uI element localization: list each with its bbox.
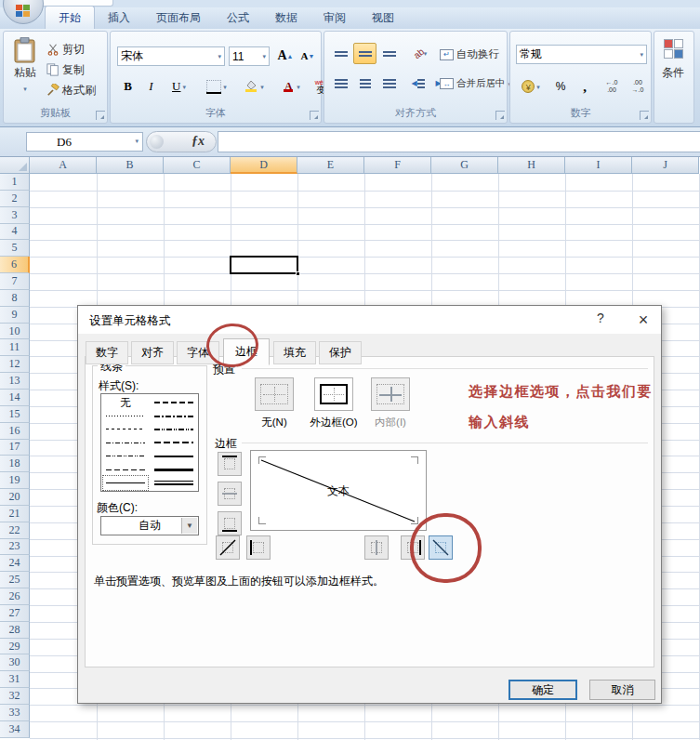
fill-color-button[interactable]: ▾ xyxy=(237,76,271,97)
row-header-6[interactable]: 6 xyxy=(0,257,30,273)
column-header-I[interactable]: I xyxy=(565,157,632,174)
column-header-E[interactable]: E xyxy=(297,157,364,174)
row-header-31[interactable]: 31 xyxy=(0,671,30,688)
row-header-10[interactable]: 10 xyxy=(0,324,30,340)
alignment-dialog-launcher[interactable] xyxy=(495,111,505,120)
wrap-text-button[interactable]: ↵ 自动换行 xyxy=(440,47,499,61)
preset-inside-button[interactable] xyxy=(371,377,410,411)
column-header-A[interactable]: A xyxy=(30,157,97,174)
line-style-option-solid1[interactable] xyxy=(103,476,148,489)
percent-style-button[interactable]: % xyxy=(549,76,572,97)
row-header-11[interactable]: 11 xyxy=(0,339,30,356)
dialog-help-button[interactable]: ? xyxy=(591,311,610,329)
row-header-7[interactable]: 7 xyxy=(0,273,30,290)
ribbon-tab-6[interactable]: 视图 xyxy=(359,7,407,29)
line-style-option-dash1[interactable] xyxy=(103,423,148,436)
column-header-F[interactable]: F xyxy=(364,157,431,174)
grow-font-button[interactable]: A▲ xyxy=(274,46,297,66)
line-style-option-dash2b[interactable] xyxy=(152,436,196,449)
ribbon-tab-3[interactable]: 公式 xyxy=(214,7,262,29)
cut-button[interactable]: 剪切 xyxy=(46,39,85,59)
row-header-27[interactable]: 27 xyxy=(0,605,30,622)
row-header-26[interactable]: 26 xyxy=(0,588,30,605)
ribbon-tab-1[interactable]: 插入 xyxy=(95,7,143,29)
font-size-dropdown-icon[interactable]: ▾ xyxy=(262,53,266,59)
line-style-listbox[interactable]: 无 xyxy=(100,393,199,492)
format-painter-button[interactable]: 格式刷 xyxy=(46,80,96,100)
row-header-1[interactable]: 1 xyxy=(0,174,30,191)
copy-button[interactable]: 复制 xyxy=(46,59,85,80)
row-header-14[interactable]: 14 xyxy=(0,390,30,406)
orientation-button[interactable]: ab ▾ xyxy=(406,43,434,64)
dialog-close-button[interactable]: × xyxy=(632,309,654,331)
row-header-2[interactable]: 2 xyxy=(0,191,30,207)
borders-button[interactable]: ▾ xyxy=(200,76,233,97)
underline-button[interactable]: U ▾ xyxy=(164,76,194,97)
line-style-option-dashdotdot2[interactable] xyxy=(152,423,196,436)
row-header-28[interactable]: 28 xyxy=(0,622,30,639)
align-center-button[interactable] xyxy=(353,73,376,94)
currency-dropdown-icon[interactable]: ▾ xyxy=(536,84,540,90)
formula-input[interactable] xyxy=(218,131,700,152)
row-header-3[interactable]: 3 xyxy=(0,207,30,224)
row-header-17[interactable]: 17 xyxy=(0,440,30,456)
name-box[interactable]: D6 ▾ xyxy=(26,132,143,152)
decrease-decimal-button[interactable]: .00 →.0 xyxy=(626,76,650,97)
decrease-indent-button[interactable]: ◀ xyxy=(406,73,429,94)
select-all-corner[interactable] xyxy=(0,157,30,174)
align-top-button[interactable] xyxy=(329,43,352,64)
line-style-option-dashdotdot1[interactable] xyxy=(103,450,148,463)
border-top-button[interactable] xyxy=(218,452,242,476)
bold-button[interactable]: B xyxy=(117,76,139,97)
paste-dropdown-icon[interactable]: ▾ xyxy=(23,86,27,92)
row-header-13[interactable]: 13 xyxy=(0,373,30,390)
dialog-tab-4[interactable]: 填充 xyxy=(273,341,316,364)
line-color-dropdown-icon[interactable]: ▼ xyxy=(181,518,197,534)
dialog-titlebar[interactable]: 设置单元格格式 ? × xyxy=(78,306,661,334)
ribbon-tab-0[interactable]: 开始 xyxy=(45,6,95,29)
line-style-option-dotted1[interactable] xyxy=(103,409,148,422)
row-header-22[interactable]: 22 xyxy=(0,522,30,539)
paste-button[interactable]: 粘贴 ▾ xyxy=(8,36,42,109)
column-header-H[interactable]: H xyxy=(498,157,565,174)
border-diagonal-up-button[interactable] xyxy=(216,535,240,560)
row-header-5[interactable]: 5 xyxy=(0,240,30,257)
merge-center-button[interactable]: ↔ 合并后居中 ▾ xyxy=(440,77,511,90)
line-style-option-double3[interactable] xyxy=(152,476,196,489)
line-style-option-solid2[interactable] xyxy=(152,450,196,463)
line-style-option-dash1b[interactable] xyxy=(103,463,148,476)
dialog-tab-0[interactable]: 数字 xyxy=(86,341,128,364)
border-horizontal-middle-button[interactable] xyxy=(218,482,242,506)
font-name-combo[interactable]: 宋体 ▾ xyxy=(117,46,225,66)
row-header-18[interactable]: 18 xyxy=(0,456,30,472)
number-format-dropdown-icon[interactable]: ▾ xyxy=(640,51,643,58)
column-header-D[interactable]: D xyxy=(231,157,297,174)
fill-color-dropdown-icon[interactable]: ▾ xyxy=(260,84,264,90)
dialog-tab-1[interactable]: 对齐 xyxy=(131,341,174,364)
row-header-16[interactable]: 16 xyxy=(0,423,30,440)
ribbon-tab-2[interactable]: 页面布局 xyxy=(143,7,214,29)
font-size-combo[interactable]: 11 ▾ xyxy=(229,46,270,66)
line-color-combo[interactable]: 自动 ▼ xyxy=(100,516,199,535)
row-header-19[interactable]: 19 xyxy=(0,472,30,489)
border-bottom-button[interactable] xyxy=(218,511,242,535)
increase-decimal-button[interactable]: ←.0 .00 xyxy=(600,76,624,97)
borders-dropdown-icon[interactable]: ▾ xyxy=(223,84,227,90)
column-header-C[interactable]: C xyxy=(164,157,231,174)
font-dialog-launcher[interactable] xyxy=(310,111,319,120)
clipboard-dialog-launcher[interactable] xyxy=(96,111,105,120)
border-preview[interactable]: 文本 xyxy=(250,450,427,531)
row-header-34[interactable]: 34 xyxy=(0,721,30,738)
ribbon-tab-4[interactable]: 数据 xyxy=(262,7,310,29)
fill-handle[interactable] xyxy=(296,271,300,276)
row-header-8[interactable]: 8 xyxy=(0,290,30,307)
active-cell-selection[interactable] xyxy=(230,256,298,274)
insert-function-button[interactable]: ƒx xyxy=(146,131,217,152)
column-header-J[interactable]: J xyxy=(632,157,699,174)
line-style-option-dashdot2[interactable] xyxy=(152,409,196,422)
conditional-formatting-label[interactable]: 条件 xyxy=(662,65,684,81)
ribbon-tab-5[interactable]: 审阅 xyxy=(310,7,359,29)
row-header-25[interactable]: 25 xyxy=(0,572,30,588)
cancel-button[interactable]: 取消 xyxy=(589,680,655,700)
row-header-32[interactable]: 32 xyxy=(0,688,30,705)
